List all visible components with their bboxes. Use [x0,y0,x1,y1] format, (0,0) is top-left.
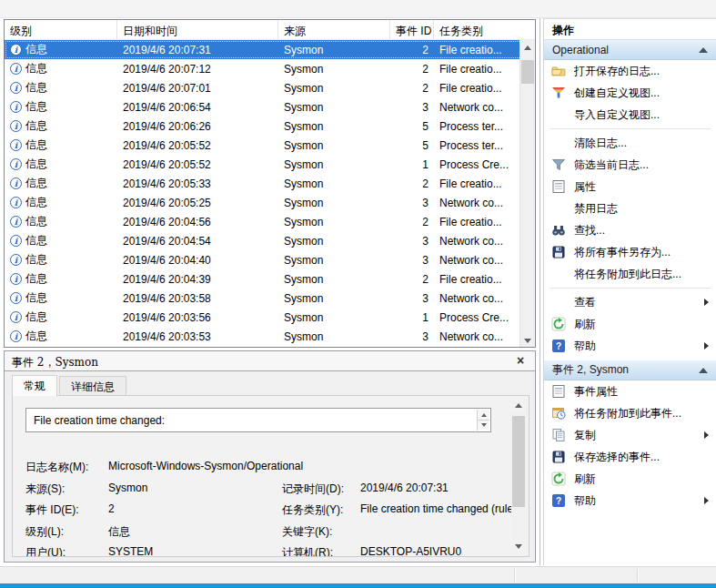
event-source: Sysmon [278,311,390,324]
event-category: Process Cre... [434,311,519,324]
table-row[interactable]: i 信息 2019/4/6 20:05:52 Sysmon 5 Process … [5,136,535,155]
source-label: 来源(S): [25,482,65,497]
spin-down-button[interactable] [478,420,489,430]
spin-up-button[interactable] [478,410,489,420]
event-time: 2019/4/6 20:05:52 [117,158,278,171]
action-disable-log[interactable]: 禁用日志 [544,198,716,219]
table-row[interactable]: i 信息 2019/4/6 20:05:33 Sysmon 2 File cre… [5,174,535,193]
refresh-icon [551,317,568,331]
event-source: Sysmon [278,216,390,228]
action-refresh-event[interactable]: 刷新 [544,468,716,490]
detail-title: 事件 2，Sysmon [12,355,98,370]
event-level: 信息 [25,329,47,344]
column-header-task-category[interactable]: 任务类别 [434,20,519,39]
action-refresh[interactable]: 刷新 [544,313,716,335]
table-row[interactable]: i 信息 2019/4/6 20:07:31 Sysmon 2 File cre… [5,40,535,59]
close-icon[interactable]: × [513,353,528,368]
submenu-arrow-icon [704,497,709,504]
event-source: Sysmon [278,292,390,305]
event-message-box[interactable]: File creation time changed: [25,408,491,432]
column-header-source[interactable]: 来源 [278,20,390,39]
action-open-saved-log[interactable]: 打开保存的日志... [544,60,716,82]
submenu-arrow-icon [704,431,709,439]
table-row[interactable]: i 信息 2019/4/6 20:06:26 Sysmon 5 Process … [5,117,535,136]
scroll-up-button[interactable] [520,40,535,56]
event-id: 2 [390,82,434,95]
properties-icon [551,384,568,399]
table-row[interactable]: i 信息 2019/4/6 20:04:54 Sysmon 3 Network … [5,231,535,250]
event-category: Network co... [434,254,519,267]
column-header-event-id[interactable]: 事件 ID [390,20,434,39]
event-category: Network co... [434,292,519,305]
action-label: 事件属性 [574,384,709,400]
action-filter-current-log[interactable]: 筛选当前日志... [544,154,716,176]
help-icon: ? [551,493,568,508]
event-category: File creatio... [434,63,519,76]
tab-details[interactable]: 详细信息 [59,376,126,396]
table-row[interactable]: i 信息 2019/4/6 20:03:58 Sysmon 3 Network … [5,289,535,308]
log-name-value: Microsoft-Windows-Sysmon/Operational [108,460,303,472]
status-bar [0,566,716,583]
event-level: 信息 [25,99,47,115]
action-find[interactable]: 查找... [544,219,716,241]
detail-scroll-down-button[interactable] [511,539,526,554]
action-group-operational[interactable]: Operational [544,40,716,60]
tab-general[interactable]: 常规 [12,375,57,396]
action-copy[interactable]: 复制 [544,424,716,446]
table-row[interactable]: i 信息 2019/4/6 20:07:01 Sysmon 2 File cre… [5,78,535,97]
table-scrollbar[interactable] [519,40,535,348]
action-event-properties[interactable]: 事件属性 [544,380,716,402]
actions-title: 操作 [544,19,716,40]
detail-scroll-up-button[interactable] [511,398,526,413]
action-clear-log[interactable]: 清除日志... [544,132,716,154]
refresh-icon [551,471,568,486]
info-icon: i [10,311,22,323]
submenu-arrow-icon [704,299,709,306]
action-help-event[interactable]: ? 帮助 [544,490,716,512]
action-import-custom-view[interactable]: 导入自定义视图... [544,104,716,126]
collapse-arrow-icon [699,47,708,53]
event-category: Network co... [434,197,519,209]
menu-separator [550,128,711,129]
action-label: 导入自定义视图... [574,107,709,123]
action-attach-task-to-event[interactable]: 将任务附加到此事件... [544,402,716,424]
table-scrollbar-thumb[interactable] [521,60,534,84]
table-row[interactable]: i 信息 2019/4/6 20:03:56 Sysmon 1 Process … [5,308,535,327]
action-group-event[interactable]: 事件 2, Sysmon [544,360,716,380]
action-save-all-events-as[interactable]: 将所有事件另存为... [544,241,716,263]
event-level: 信息 [25,42,47,57]
column-header-datetime[interactable]: 日期和时间 [117,20,278,39]
event-id: 1 [390,311,434,324]
action-create-custom-view[interactable]: 创建自定义视图... [544,82,716,104]
event-source: Sysmon [278,254,390,267]
table-row[interactable]: i 信息 2019/4/6 20:03:53 Sysmon 3 Network … [5,327,535,346]
table-row[interactable]: i 信息 2019/4/6 20:06:54 Sysmon 3 Network … [5,97,535,117]
action-attach-task-to-log[interactable]: 将任务附加到此日志... [544,263,716,285]
action-save-selected-events[interactable]: 保存选择的事件... [544,446,716,468]
event-level: 信息 [25,271,47,287]
panel-splitter[interactable] [540,18,540,565]
event-id: 2 [390,63,434,76]
event-time: 2019/4/6 20:04:56 [117,216,278,228]
table-row[interactable]: i 信息 2019/4/6 20:05:25 Sysmon 3 Network … [5,193,535,212]
detail-scrollbar[interactable] [511,398,527,554]
column-header-level[interactable]: 级别 [5,20,117,39]
event-id: 2 [390,273,434,286]
action-label: 刷新 [574,317,709,332]
table-row[interactable]: i 信息 2019/4/6 20:04:40 Sysmon 3 Network … [5,250,535,269]
action-properties[interactable]: 属性 [544,176,716,198]
table-row[interactable]: i 信息 2019/4/6 20:04:39 Sysmon 2 File cre… [5,269,535,289]
action-help[interactable]: ? 帮助 [544,335,716,357]
table-row[interactable]: i 信息 2019/4/6 20:05:52 Sysmon 1 Process … [5,155,535,174]
scroll-down-button[interactable] [520,333,535,348]
action-view[interactable]: 查看 [544,291,716,313]
info-icon: i [10,254,22,266]
event-time: 2019/4/6 20:04:40 [117,254,278,267]
detail-tabs: 常规 详细信息 [12,376,128,396]
table-row[interactable]: i 信息 2019/4/6 20:04:56 Sysmon 2 File cre… [5,212,535,231]
event-source: Sysmon [278,273,390,286]
detail-scrollbar-thumb[interactable] [512,416,525,507]
event-level: 信息 [25,309,47,325]
table-row[interactable]: i 信息 2019/4/6 20:07:12 Sysmon 2 File cre… [5,59,535,78]
info-icon: i [10,177,22,189]
